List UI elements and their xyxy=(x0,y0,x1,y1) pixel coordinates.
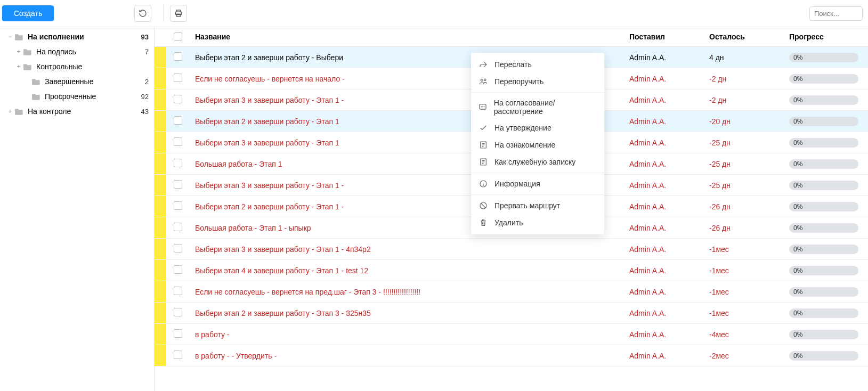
row-assigner: Admin A.A. xyxy=(623,53,703,62)
row-checkbox[interactable] xyxy=(174,308,182,316)
row-checkbox[interactable] xyxy=(174,159,182,167)
folder-icon xyxy=(15,33,23,40)
menu-item[interactable]: Переслать xyxy=(471,56,604,73)
row-marker xyxy=(155,68,166,89)
row-marker xyxy=(155,217,166,238)
tree-toggle[interactable]: + xyxy=(6,108,14,115)
menu-item[interactable]: На утверждение xyxy=(471,119,604,136)
print-button[interactable] xyxy=(170,5,187,22)
row-marker xyxy=(155,132,166,153)
menu-item[interactable]: Как служебную записку xyxy=(471,153,604,170)
table-row[interactable]: Выбери этап 3 и заверши работу - Этап 1 … xyxy=(155,239,868,260)
row-remaining: -2мес xyxy=(703,352,783,360)
col-name[interactable]: Название xyxy=(189,27,623,47)
row-checkbox[interactable] xyxy=(174,116,182,125)
progress-bar: 0% xyxy=(789,95,858,105)
info-icon xyxy=(478,179,488,189)
row-checkbox[interactable] xyxy=(174,329,182,338)
sidebar-item-label: На контроле xyxy=(28,107,139,116)
print-icon xyxy=(174,9,183,18)
refresh-button[interactable] xyxy=(134,5,151,22)
row-checkbox[interactable] xyxy=(174,74,182,82)
row-checkbox[interactable] xyxy=(174,351,182,359)
menu-item[interactable]: Информация xyxy=(471,175,604,192)
folder-icon xyxy=(32,93,40,100)
tree-toggle[interactable]: + xyxy=(15,63,22,70)
row-checkbox[interactable] xyxy=(174,52,182,61)
progress-bar: 0% xyxy=(789,138,858,148)
row-assigner: Admin A.A. xyxy=(623,266,703,275)
menu-item[interactable]: Удалить xyxy=(471,214,604,231)
svg-point-3 xyxy=(481,79,483,81)
row-remaining: -1мес xyxy=(703,309,783,317)
menu-item[interactable]: Перепоручить xyxy=(471,73,604,90)
progress-bar: 0% xyxy=(789,159,858,169)
row-checkbox[interactable] xyxy=(174,265,182,274)
row-title: Выбери этап 2 и заверши работу - Этап 3 … xyxy=(189,309,623,317)
table-row[interactable]: Выбери этап 2 и заверши работу - Этап 3 … xyxy=(155,303,868,324)
menu-item[interactable]: На согласование/рассмотрение xyxy=(471,95,604,119)
sidebar-item[interactable]: +На контроле43 xyxy=(0,104,154,119)
menu-separator xyxy=(471,194,604,195)
row-remaining: -1мес xyxy=(703,245,783,254)
row-assigner: Admin A.A. xyxy=(623,160,703,168)
row-checkbox[interactable] xyxy=(174,287,182,295)
row-checkbox[interactable] xyxy=(174,137,182,146)
select-all-checkbox[interactable] xyxy=(174,32,182,41)
menu-item[interactable]: Прервать маршрут xyxy=(471,197,604,214)
col-progress[interactable]: Прогресс xyxy=(783,27,868,47)
table-row[interactable]: в работу -Admin A.A.-4мес0% xyxy=(155,324,868,345)
row-marker xyxy=(155,239,166,259)
row-remaining: 4 дн xyxy=(703,53,783,62)
row-marker xyxy=(155,111,166,132)
row-title: Выбери этап 4 и заверши работу - Этап 1 … xyxy=(189,266,623,275)
row-checkbox[interactable] xyxy=(174,244,182,252)
create-button[interactable]: Создать xyxy=(2,5,54,21)
col-remaining[interactable]: Осталось xyxy=(703,27,783,47)
row-remaining: -25 дн xyxy=(703,139,783,147)
progress-bar: 0% xyxy=(789,117,858,126)
progress-bar: 0% xyxy=(789,202,858,211)
row-checkbox[interactable] xyxy=(174,223,182,231)
row-marker xyxy=(155,153,166,174)
row-checkbox[interactable] xyxy=(174,95,182,103)
sidebar-item-count: 92 xyxy=(141,93,149,101)
sidebar-item[interactable]: +Контрольные xyxy=(0,59,154,74)
progress-bar: 0% xyxy=(789,330,858,339)
row-assigner: Admin A.A. xyxy=(623,309,703,317)
row-marker xyxy=(155,47,166,68)
menu-item[interactable]: На ознакомление xyxy=(471,136,604,153)
tree-toggle[interactable]: − xyxy=(6,33,14,40)
sidebar-item-count: 93 xyxy=(141,33,149,41)
menu-separator xyxy=(471,173,604,173)
sidebar-item[interactable]: −На исполнении93 xyxy=(0,29,154,44)
row-assigner: Admin A.A. xyxy=(623,330,703,339)
refresh-icon xyxy=(139,9,147,18)
row-remaining: -20 дн xyxy=(703,117,783,126)
sidebar-item-count: 43 xyxy=(141,108,149,116)
row-marker xyxy=(155,324,166,345)
sidebar-item[interactable]: Завершенные2 xyxy=(0,74,154,89)
row-assigner: Admin A.A. xyxy=(623,96,703,104)
row-assigner: Admin A.A. xyxy=(623,117,703,126)
row-assigner: Admin A.A. xyxy=(623,224,703,232)
sidebar-item-label: На исполнении xyxy=(28,32,139,41)
table-row[interactable]: Если не согласуешь - вернется на пред.ша… xyxy=(155,281,868,303)
col-assigner[interactable]: Поставил xyxy=(623,27,703,47)
tree-toggle[interactable]: + xyxy=(15,48,22,55)
row-marker xyxy=(155,196,166,217)
toolbar: Создать xyxy=(0,0,868,27)
sidebar-item[interactable]: Просроченные92 xyxy=(0,89,154,104)
row-remaining: -1мес xyxy=(703,266,783,275)
sidebar-item[interactable]: +На подпись7 xyxy=(0,44,154,59)
row-assigner: Admin A.A. xyxy=(623,181,703,190)
search-input[interactable] xyxy=(809,6,863,21)
row-assigner: Admin A.A. xyxy=(623,288,703,296)
table-row[interactable]: Выбери этап 4 и заверши работу - Этап 1 … xyxy=(155,260,868,281)
table-row[interactable]: в работу - - Утвердить -Admin A.A.-2мес0… xyxy=(155,345,868,366)
row-checkbox[interactable] xyxy=(174,201,182,210)
row-checkbox[interactable] xyxy=(174,180,182,189)
folder-icon xyxy=(23,63,32,70)
menu-item-label: Информация xyxy=(494,180,540,188)
menu-item-label: Как служебную записку xyxy=(494,158,575,166)
